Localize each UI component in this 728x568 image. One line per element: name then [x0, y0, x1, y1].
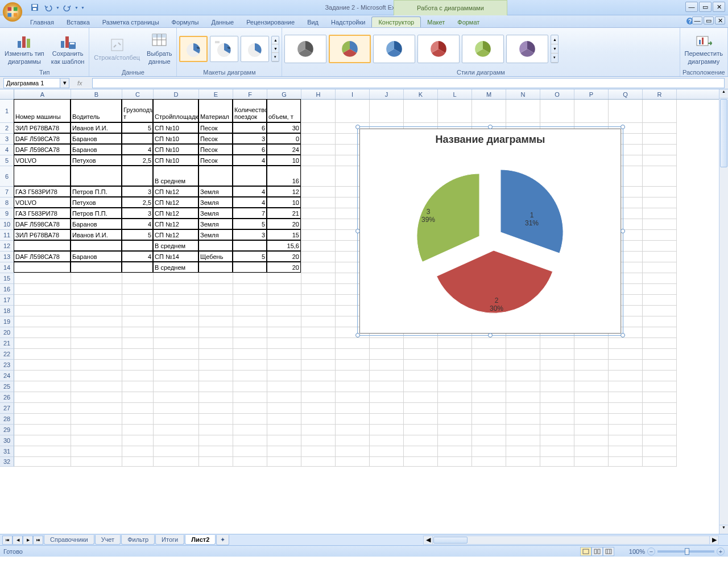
cell[interactable]: [370, 392, 404, 403]
cell[interactable]: [301, 252, 336, 262]
sheet-tab[interactable]: Итоги: [155, 535, 184, 545]
data-cell[interactable]: [122, 133, 153, 144]
cell[interactable]: [609, 360, 643, 371]
cell[interactable]: [301, 349, 336, 360]
cell[interactable]: [574, 425, 609, 435]
data-cell[interactable]: [14, 166, 71, 186]
tab-page-layout[interactable]: Разметка страницы: [96, 17, 166, 27]
cell[interactable]: [122, 327, 154, 338]
cell[interactable]: [154, 284, 199, 295]
data-cell[interactable]: [233, 262, 267, 273]
col-header[interactable]: N: [506, 89, 540, 99]
cell[interactable]: [472, 414, 506, 425]
cell[interactable]: [370, 349, 404, 360]
cell[interactable]: [574, 446, 609, 457]
cell[interactable]: [122, 381, 154, 392]
chart-style-4[interactable]: [417, 35, 460, 63]
cell[interactable]: [643, 145, 677, 155]
data-cell[interactable]: 3: [233, 229, 267, 240]
data-cell[interactable]: Песок: [198, 122, 233, 133]
cell[interactable]: [643, 457, 677, 467]
cell[interactable]: [233, 371, 267, 381]
data-cell[interactable]: 20: [267, 262, 301, 273]
cell[interactable]: [71, 360, 122, 371]
cell[interactable]: [472, 381, 506, 392]
header-cell[interactable]: Номер машины: [14, 99, 71, 122]
data-cell[interactable]: 16: [267, 166, 301, 186]
cell[interactable]: [301, 435, 336, 446]
column-headers[interactable]: ABCDEFGHIJKLMNOPQR: [0, 89, 719, 100]
cell[interactable]: [643, 273, 677, 284]
cell[interactable]: [574, 100, 609, 123]
cell[interactable]: [267, 360, 301, 371]
chart-layout-3[interactable]: [241, 36, 269, 62]
cell[interactable]: [301, 262, 336, 273]
col-header[interactable]: F: [233, 89, 267, 99]
data-cell[interactable]: DAF Л598СА78: [14, 251, 71, 262]
cell[interactable]: [404, 414, 438, 425]
cell[interactable]: [336, 435, 370, 446]
data-cell[interactable]: 20: [267, 251, 301, 262]
row-header[interactable]: 9: [0, 208, 14, 219]
row-header[interactable]: 19: [0, 316, 14, 327]
row-header[interactable]: 7: [0, 187, 14, 197]
cell[interactable]: [336, 349, 370, 360]
cell[interactable]: [233, 295, 267, 306]
cell[interactable]: [506, 425, 540, 435]
cell[interactable]: [643, 306, 677, 316]
chart-layout-2[interactable]: %: [210, 36, 238, 62]
cell[interactable]: [14, 381, 71, 392]
data-cell[interactable]: 4: [233, 197, 267, 208]
data-cell[interactable]: ЗИЛ Р678ВА78: [14, 229, 71, 240]
cell[interactable]: [301, 219, 336, 230]
header-cell[interactable]: Грузоподъемность, т: [122, 99, 153, 122]
cell[interactable]: [14, 316, 71, 327]
cell[interactable]: [14, 446, 71, 457]
cell[interactable]: [574, 371, 609, 381]
cell[interactable]: [370, 381, 404, 392]
cell[interactable]: [506, 100, 540, 123]
cell[interactable]: [71, 414, 122, 425]
cell[interactable]: [301, 327, 336, 338]
cell[interactable]: [574, 360, 609, 371]
style-gallery-more[interactable]: ▲▼▾: [551, 35, 559, 63]
cell[interactable]: [71, 295, 122, 306]
cell[interactable]: [14, 425, 71, 435]
cell[interactable]: [643, 166, 677, 187]
cell[interactable]: [540, 435, 574, 446]
zoom-level[interactable]: 100%: [629, 548, 645, 555]
data-cell[interactable]: 10: [267, 197, 301, 208]
select-data-button[interactable]: Выбрать данные: [144, 31, 174, 66]
cell[interactable]: [643, 403, 677, 414]
cell[interactable]: [301, 166, 336, 187]
cell[interactable]: [301, 371, 336, 381]
cell[interactable]: [438, 457, 472, 467]
cell[interactable]: [540, 381, 574, 392]
col-header[interactable]: D: [154, 89, 199, 99]
cell[interactable]: [199, 284, 233, 295]
data-cell[interactable]: 10: [267, 155, 301, 166]
cell[interactable]: [540, 425, 574, 435]
cell[interactable]: [609, 338, 643, 349]
data-cell[interactable]: 15,6: [267, 240, 301, 251]
vertical-scrollbar[interactable]: ▲ ▼: [719, 89, 728, 534]
data-cell[interactable]: Петухов: [71, 197, 122, 208]
cell[interactable]: [199, 316, 233, 327]
row-header[interactable]: 11: [0, 230, 14, 241]
cell[interactable]: [404, 100, 438, 123]
cell[interactable]: [14, 273, 71, 284]
data-cell[interactable]: В среднем: [153, 240, 198, 251]
cell[interactable]: [404, 349, 438, 360]
row-header[interactable]: 5: [0, 155, 14, 166]
cell[interactable]: [540, 446, 574, 457]
sheet-tab[interactable]: Лист2: [185, 535, 216, 545]
view-page-break-button[interactable]: [603, 547, 614, 556]
cell[interactable]: [199, 425, 233, 435]
cell[interactable]: [154, 392, 199, 403]
cell[interactable]: [14, 327, 71, 338]
cell[interactable]: [199, 457, 233, 467]
cell[interactable]: [154, 381, 199, 392]
data-cell[interactable]: [71, 166, 122, 186]
cell[interactable]: [14, 392, 71, 403]
cell[interactable]: [540, 349, 574, 360]
